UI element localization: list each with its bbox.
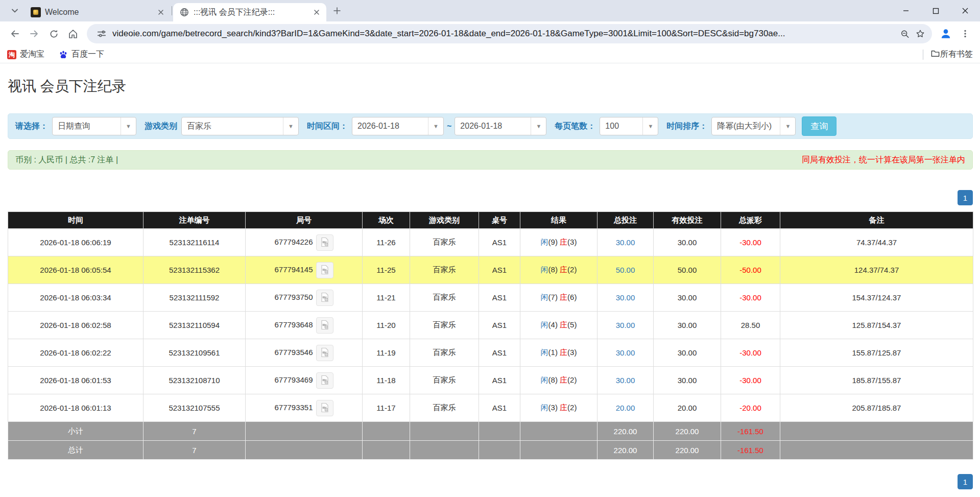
cell-result: 闲(8) 庄(2)	[520, 256, 597, 284]
tab-title: :::视讯 会员下注纪录:::	[194, 7, 307, 18]
date-end-input[interactable]: 2026-01-18 ▼	[455, 117, 546, 135]
address-bar[interactable]: videoie.com/game/betrecord_search/kind3?…	[87, 24, 932, 43]
search-button[interactable]: 查询	[802, 116, 836, 136]
tab-divider	[172, 6, 172, 15]
browser-menu-button[interactable]	[955, 24, 975, 43]
header-table-no: 桌号	[479, 212, 520, 229]
sort-select[interactable]: 降幂(由大到小) ▼	[711, 117, 796, 135]
zoom-indicator-icon[interactable]	[897, 26, 913, 41]
query-type-select[interactable]: 日期查询 ▼	[52, 117, 136, 135]
cell-table-no: AS1	[479, 394, 520, 422]
close-tab-icon[interactable]	[155, 7, 166, 18]
tab-strip: Welcome :::视讯 会员下注纪录:::	[0, 0, 980, 21]
cell-table-no: AS1	[479, 367, 520, 394]
total-bet-link[interactable]: 30.00	[616, 348, 635, 357]
total-bet-link[interactable]: 30.00	[616, 293, 635, 302]
cell-round: 677793469	[246, 367, 363, 394]
video-replay-button[interactable]	[316, 317, 333, 334]
pagination-top: 1	[8, 190, 973, 205]
footer-valid-bet: 220.00	[654, 441, 721, 460]
forward-button[interactable]	[25, 24, 44, 43]
cell-payout: -30.00	[721, 339, 780, 367]
home-icon	[67, 28, 79, 39]
header-session: 场次	[363, 212, 410, 229]
cell-total-bet: 30.00	[597, 229, 654, 256]
date-range-label: 时间区间：	[307, 121, 348, 132]
video-replay-button[interactable]	[316, 400, 333, 416]
date-end-value: 2026-01-18	[455, 117, 531, 135]
cell-result: 闲(7) 庄(6)	[520, 284, 597, 312]
video-replay-button[interactable]	[316, 234, 333, 251]
footer-label: 小计	[8, 422, 144, 441]
cell-session: 11-21	[363, 284, 410, 312]
footer-count: 7	[144, 441, 246, 460]
video-replay-button[interactable]	[316, 345, 333, 361]
footer-label: 总计	[8, 441, 144, 460]
video-replay-icon	[319, 319, 330, 330]
cell-bet-id: 523132110594	[144, 312, 246, 339]
cell-session: 11-20	[363, 312, 410, 339]
page-content: 视讯 会员下注纪录 请选择： 日期查询 ▼ 游戏类别 百家乐 ▼ 时间区间： 2…	[0, 78, 980, 489]
taobao-icon: 淘	[7, 50, 16, 59]
subtotal-row: 小计7220.00220.00-161.50	[8, 422, 973, 441]
bookmark-baidu[interactable]: 百度一下	[59, 49, 104, 60]
video-replay-button[interactable]	[316, 372, 333, 389]
back-button[interactable]	[5, 24, 25, 43]
cell-valid-bet: 30.00	[654, 312, 721, 339]
date-start-input[interactable]: 2026-01-18 ▼	[352, 117, 444, 135]
all-bookmarks[interactable]: 所有书签	[923, 49, 973, 60]
cell-bet-id: 523132111592	[144, 284, 246, 312]
cell-valid-bet: 50.00	[654, 256, 721, 284]
table-row: 2026-01-18 06:03:34523132111592677793750…	[8, 284, 973, 312]
cell-game-kind: 百家乐	[410, 229, 479, 256]
close-window-button[interactable]	[950, 0, 980, 21]
total-bet-link[interactable]: 30.00	[616, 321, 635, 329]
total-bet-link[interactable]: 50.00	[616, 266, 635, 274]
page-title: 视讯 会员下注纪录	[8, 78, 973, 95]
site-info-icon[interactable]	[94, 26, 109, 41]
total-bet-link[interactable]: 30.00	[616, 238, 635, 247]
profile-avatar[interactable]	[936, 24, 955, 43]
bookmarks-divider	[923, 50, 923, 60]
maximize-button[interactable]	[921, 0, 950, 21]
cell-bet-id: 523132107555	[144, 394, 246, 422]
page-size-select[interactable]: 100 ▼	[600, 117, 658, 135]
game-kind-select[interactable]: 百家乐 ▼	[181, 117, 299, 135]
video-replay-button[interactable]	[316, 262, 333, 278]
video-replay-button[interactable]	[316, 290, 333, 306]
page-size-label: 每页笔数：	[555, 121, 595, 132]
video-replay-icon	[319, 402, 330, 413]
new-tab-button[interactable]	[328, 2, 346, 19]
total-bet-link[interactable]: 20.00	[616, 404, 635, 412]
page-1-button[interactable]: 1	[958, 190, 973, 205]
close-tab-icon[interactable]	[311, 7, 322, 18]
globe-icon	[179, 7, 189, 17]
cell-note: 74.37/44.37	[780, 229, 973, 256]
cell-table-no: AS1	[479, 312, 520, 339]
home-button[interactable]	[63, 24, 83, 43]
tab-search-button[interactable]	[6, 2, 23, 19]
cell-payout: -30.00	[721, 367, 780, 394]
three-dot-menu-icon	[961, 29, 970, 38]
folder-icon	[930, 49, 940, 60]
game-kind-value: 百家乐	[182, 117, 283, 135]
minimize-button[interactable]	[891, 0, 921, 21]
bookmark-star-icon[interactable]	[913, 26, 928, 41]
bookmark-taobao[interactable]: 淘 爱淘宝	[7, 49, 44, 60]
video-replay-icon	[319, 292, 330, 303]
tab-welcome[interactable]: Welcome	[25, 3, 171, 21]
cell-round: 677793648	[246, 312, 363, 339]
cell-bet-id: 523132108710	[144, 367, 246, 394]
total-bet-link[interactable]: 30.00	[616, 376, 635, 385]
header-payout: 总派彩	[721, 212, 780, 229]
bookmark-label: 百度一下	[71, 49, 104, 60]
tab-betrecord[interactable]: :::视讯 会员下注纪录:::	[173, 3, 326, 21]
video-replay-icon	[319, 347, 330, 358]
cell-round: 677794226	[246, 229, 363, 256]
cell-note: 155.87/125.87	[780, 339, 973, 367]
reload-button[interactable]	[44, 24, 63, 43]
page-1-button[interactable]: 1	[958, 474, 973, 489]
header-note: 备注	[780, 212, 973, 229]
tab-title: Welcome	[45, 8, 151, 17]
cell-payout: -30.00	[721, 229, 780, 256]
